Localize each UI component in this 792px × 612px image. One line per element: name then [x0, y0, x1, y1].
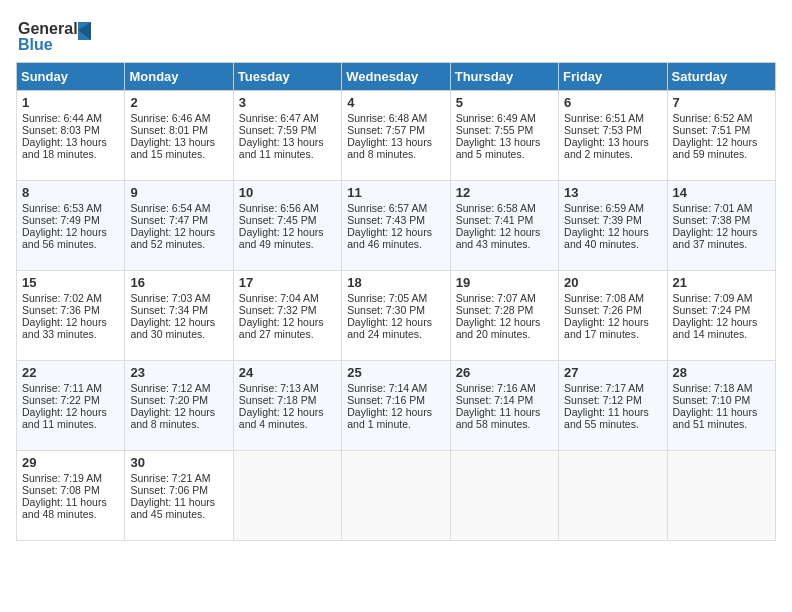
day-info-line: Daylight: 12 hours: [456, 316, 553, 328]
day-info-line: Sunrise: 7:07 AM: [456, 292, 553, 304]
day-info-line: Sunset: 7:06 PM: [130, 484, 227, 496]
day-number: 28: [673, 365, 770, 380]
day-info-line: Sunset: 7:41 PM: [456, 214, 553, 226]
day-info-line: Sunrise: 6:58 AM: [456, 202, 553, 214]
day-info-line: Daylight: 12 hours: [673, 316, 770, 328]
calendar-cell: 14Sunrise: 7:01 AMSunset: 7:38 PMDayligh…: [667, 181, 775, 271]
day-info-line: Sunrise: 7:17 AM: [564, 382, 661, 394]
day-info-line: Sunset: 7:34 PM: [130, 304, 227, 316]
col-header-thursday: Thursday: [450, 63, 558, 91]
day-info-line: Sunset: 7:08 PM: [22, 484, 119, 496]
day-info-line: Sunrise: 6:54 AM: [130, 202, 227, 214]
day-number: 2: [130, 95, 227, 110]
day-info-line: Daylight: 12 hours: [347, 316, 444, 328]
calendar-cell: [667, 451, 775, 541]
day-number: 13: [564, 185, 661, 200]
day-number: 23: [130, 365, 227, 380]
day-number: 9: [130, 185, 227, 200]
day-info-line: Daylight: 12 hours: [130, 226, 227, 238]
day-info-line: and 27 minutes.: [239, 328, 336, 340]
col-header-monday: Monday: [125, 63, 233, 91]
day-info-line: Sunset: 7:28 PM: [456, 304, 553, 316]
day-info-line: Daylight: 12 hours: [22, 316, 119, 328]
day-info-line: Sunrise: 6:57 AM: [347, 202, 444, 214]
day-info-line: Daylight: 12 hours: [22, 226, 119, 238]
day-number: 3: [239, 95, 336, 110]
day-number: 29: [22, 455, 119, 470]
day-info-line: Daylight: 11 hours: [673, 406, 770, 418]
day-info-line: and 40 minutes.: [564, 238, 661, 250]
day-info-line: Sunrise: 7:01 AM: [673, 202, 770, 214]
day-info-line: and 5 minutes.: [456, 148, 553, 160]
day-info-line: and 14 minutes.: [673, 328, 770, 340]
day-info-line: and 46 minutes.: [347, 238, 444, 250]
day-number: 15: [22, 275, 119, 290]
calendar-cell: [450, 451, 558, 541]
calendar-cell: 25Sunrise: 7:14 AMSunset: 7:16 PMDayligh…: [342, 361, 450, 451]
calendar-body: 1Sunrise: 6:44 AMSunset: 8:03 PMDaylight…: [17, 91, 776, 541]
week-row-4: 22Sunrise: 7:11 AMSunset: 7:22 PMDayligh…: [17, 361, 776, 451]
calendar-cell: 28Sunrise: 7:18 AMSunset: 7:10 PMDayligh…: [667, 361, 775, 451]
day-info-line: Sunrise: 7:02 AM: [22, 292, 119, 304]
svg-text:General: General: [18, 20, 78, 37]
day-info-line: Sunrise: 7:13 AM: [239, 382, 336, 394]
day-info-line: Daylight: 12 hours: [564, 316, 661, 328]
day-info-line: Sunset: 7:16 PM: [347, 394, 444, 406]
day-number: 8: [22, 185, 119, 200]
day-info-line: Daylight: 11 hours: [456, 406, 553, 418]
header-row: SundayMondayTuesdayWednesdayThursdayFrid…: [17, 63, 776, 91]
svg-text:Blue: Blue: [18, 36, 53, 53]
day-info-line: and 56 minutes.: [22, 238, 119, 250]
day-info-line: Sunset: 7:43 PM: [347, 214, 444, 226]
day-number: 17: [239, 275, 336, 290]
calendar-cell: [233, 451, 341, 541]
calendar-cell: 22Sunrise: 7:11 AMSunset: 7:22 PMDayligh…: [17, 361, 125, 451]
day-info-line: and 1 minute.: [347, 418, 444, 430]
day-info-line: Daylight: 13 hours: [564, 136, 661, 148]
day-info-line: Sunset: 7:57 PM: [347, 124, 444, 136]
day-info-line: Sunrise: 6:51 AM: [564, 112, 661, 124]
day-number: 7: [673, 95, 770, 110]
day-info-line: Sunrise: 6:59 AM: [564, 202, 661, 214]
day-info-line: and 33 minutes.: [22, 328, 119, 340]
calendar-cell: 13Sunrise: 6:59 AMSunset: 7:39 PMDayligh…: [559, 181, 667, 271]
day-info-line: Sunset: 7:18 PM: [239, 394, 336, 406]
day-info-line: Daylight: 12 hours: [239, 226, 336, 238]
day-info-line: and 8 minutes.: [130, 418, 227, 430]
col-header-friday: Friday: [559, 63, 667, 91]
day-info-line: and 58 minutes.: [456, 418, 553, 430]
day-info-line: Daylight: 13 hours: [456, 136, 553, 148]
day-info-line: Sunset: 7:12 PM: [564, 394, 661, 406]
day-number: 11: [347, 185, 444, 200]
day-info-line: and 37 minutes.: [673, 238, 770, 250]
day-number: 20: [564, 275, 661, 290]
day-info-line: Daylight: 13 hours: [130, 136, 227, 148]
day-info-line: Sunrise: 6:56 AM: [239, 202, 336, 214]
calendar-cell: 29Sunrise: 7:19 AMSunset: 7:08 PMDayligh…: [17, 451, 125, 541]
day-number: 24: [239, 365, 336, 380]
day-info-line: and 4 minutes.: [239, 418, 336, 430]
day-info-line: and 2 minutes.: [564, 148, 661, 160]
day-info-line: Sunset: 7:51 PM: [673, 124, 770, 136]
calendar-table: SundayMondayTuesdayWednesdayThursdayFrid…: [16, 62, 776, 541]
day-info-line: Daylight: 11 hours: [22, 496, 119, 508]
day-info-line: Sunset: 7:32 PM: [239, 304, 336, 316]
day-info-line: and 48 minutes.: [22, 508, 119, 520]
day-info-line: Sunset: 7:36 PM: [22, 304, 119, 316]
week-row-1: 1Sunrise: 6:44 AMSunset: 8:03 PMDaylight…: [17, 91, 776, 181]
day-info-line: Sunrise: 7:05 AM: [347, 292, 444, 304]
day-info-line: Daylight: 12 hours: [22, 406, 119, 418]
day-info-line: Sunset: 8:01 PM: [130, 124, 227, 136]
day-number: 22: [22, 365, 119, 380]
day-number: 6: [564, 95, 661, 110]
day-info-line: Sunrise: 7:04 AM: [239, 292, 336, 304]
day-info-line: Sunrise: 7:11 AM: [22, 382, 119, 394]
day-info-line: Sunset: 7:53 PM: [564, 124, 661, 136]
day-info-line: Sunset: 8:03 PM: [22, 124, 119, 136]
day-info-line: Sunset: 7:38 PM: [673, 214, 770, 226]
day-info-line: Sunset: 7:14 PM: [456, 394, 553, 406]
calendar-cell: 9Sunrise: 6:54 AMSunset: 7:47 PMDaylight…: [125, 181, 233, 271]
day-number: 30: [130, 455, 227, 470]
calendar-cell: 1Sunrise: 6:44 AMSunset: 8:03 PMDaylight…: [17, 91, 125, 181]
day-info-line: Sunset: 7:55 PM: [456, 124, 553, 136]
